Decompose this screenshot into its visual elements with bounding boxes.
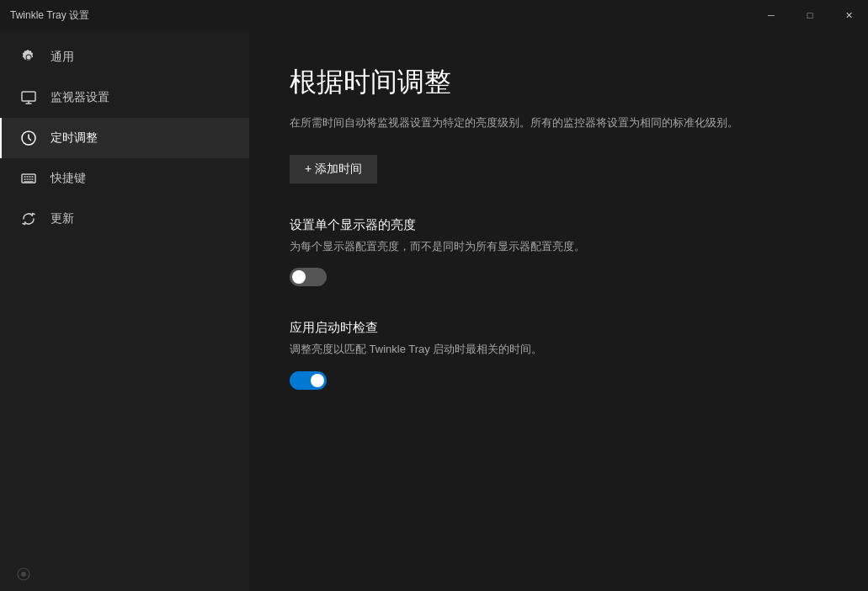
app-title: Twinkle Tray 设置 (10, 8, 89, 23)
app-body: 通用 监视器设置 定时调整 (0, 30, 868, 591)
titlebar: Twinkle Tray 设置 ─ □ ✕ (0, 0, 868, 30)
sidebar-item-update[interactable]: 更新 (0, 199, 249, 239)
page-title: 根据时间调整 (290, 64, 828, 101)
toggle1-container (290, 268, 828, 286)
monitor-icon (19, 88, 39, 108)
add-time-button[interactable]: + 添加时间 (290, 155, 377, 184)
page-description: 在所需时间自动将监视器设置为特定的亮度级别。所有的监控器将设置为相同的标准化级别… (290, 114, 828, 131)
sidebar-item-shortcut[interactable]: 快捷键 (0, 158, 249, 199)
sidebar-label-schedule: 定时调整 (51, 130, 98, 146)
sidebar-bottom (0, 557, 249, 591)
window-controls: ─ □ ✕ (752, 0, 868, 30)
toggle1-thumb (292, 270, 306, 284)
sidebar-item-monitor[interactable]: 监视器设置 (0, 77, 249, 118)
svg-point-4 (21, 572, 26, 577)
minimize-button[interactable]: ─ (752, 0, 791, 30)
sidebar-item-schedule[interactable]: 定时调整 (0, 118, 249, 158)
sidebar: 通用 监视器设置 定时调整 (0, 30, 249, 591)
toggle2-container (290, 371, 828, 390)
section2-description: 调整亮度以匹配 Twinkle Tray 启动时最相关的时间。 (290, 341, 828, 358)
maximize-button[interactable]: □ (791, 0, 829, 30)
svg-rect-0 (22, 92, 35, 101)
toggle2-thumb (311, 374, 324, 387)
gear-icon (19, 47, 39, 67)
sidebar-label-shortcut: 快捷键 (51, 171, 86, 186)
section1-title: 设置单个显示器的亮度 (290, 217, 828, 233)
startup-check-toggle[interactable] (290, 371, 327, 390)
keyboard-icon (19, 168, 39, 189)
sidebar-item-general[interactable]: 通用 (0, 37, 249, 77)
close-button[interactable]: ✕ (829, 0, 868, 30)
sidebar-label-update: 更新 (51, 211, 74, 226)
toggle2-track (290, 371, 327, 390)
sidebar-label-general: 通用 (51, 50, 74, 65)
toggle1-track (290, 268, 327, 286)
main-content: 根据时间调整 在所需时间自动将监视器设置为特定的亮度级别。所有的监控器将设置为相… (249, 30, 868, 591)
clock-icon (19, 128, 39, 148)
refresh-icon (19, 209, 39, 229)
individual-brightness-toggle[interactable] (290, 268, 327, 286)
section1-description: 为每个显示器配置亮度，而不是同时为所有显示器配置亮度。 (290, 238, 828, 255)
sidebar-label-monitor: 监视器设置 (51, 90, 109, 105)
section2-title: 应用启动时检查 (290, 320, 828, 336)
section-individual-brightness: 设置单个显示器的亮度 为每个显示器配置亮度，而不是同时为所有显示器配置亮度。 (290, 217, 828, 287)
section-startup-check: 应用启动时检查 调整亮度以匹配 Twinkle Tray 启动时最相关的时间。 (290, 320, 828, 390)
bottom-icon (17, 567, 30, 581)
